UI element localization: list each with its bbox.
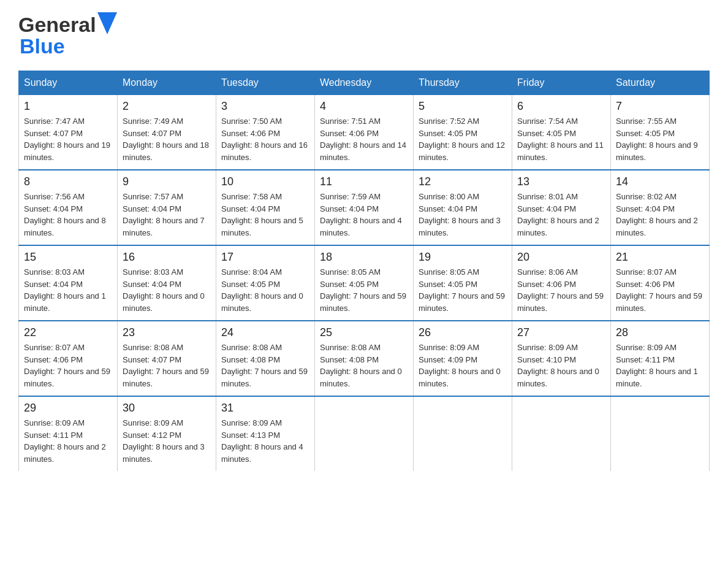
calendar-week-row: 15 Sunrise: 8:03 AM Sunset: 4:04 PM Dayl… (19, 245, 710, 321)
calendar-cell: 1 Sunrise: 7:47 AM Sunset: 4:07 PM Dayli… (19, 95, 118, 170)
logo: General Blue (18, 12, 117, 58)
day-info: Sunrise: 8:05 AM Sunset: 4:05 PM Dayligh… (419, 266, 507, 314)
calendar-cell: 31 Sunrise: 8:09 AM Sunset: 4:13 PM Dayl… (216, 396, 315, 471)
day-info: Sunrise: 8:08 AM Sunset: 4:08 PM Dayligh… (221, 342, 309, 389)
calendar-cell: 4 Sunrise: 7:51 AM Sunset: 4:06 PM Dayli… (315, 95, 414, 170)
day-info: Sunrise: 8:02 AM Sunset: 4:04 PM Dayligh… (616, 191, 704, 239)
day-info: Sunrise: 8:09 AM Sunset: 4:10 PM Dayligh… (517, 342, 605, 389)
day-number: 5 (419, 100, 507, 113)
calendar-cell: 30 Sunrise: 8:09 AM Sunset: 4:12 PM Dayl… (118, 396, 216, 471)
day-info: Sunrise: 8:03 AM Sunset: 4:04 PM Dayligh… (123, 266, 211, 314)
calendar-cell: 27 Sunrise: 8:09 AM Sunset: 4:10 PM Dayl… (512, 321, 611, 396)
day-number: 12 (419, 175, 507, 188)
day-number: 25 (320, 326, 408, 339)
calendar-cell: 18 Sunrise: 8:05 AM Sunset: 4:05 PM Dayl… (315, 245, 414, 321)
logo-general-text: General (18, 13, 96, 37)
calendar-body: 1 Sunrise: 7:47 AM Sunset: 4:07 PM Dayli… (19, 95, 710, 472)
weekday-header-sunday: Sunday (19, 71, 118, 95)
day-number: 4 (320, 100, 408, 113)
day-number: 31 (221, 402, 309, 415)
day-number: 3 (221, 100, 309, 113)
day-info: Sunrise: 8:01 AM Sunset: 4:04 PM Dayligh… (517, 191, 605, 239)
day-info: Sunrise: 8:08 AM Sunset: 4:07 PM Dayligh… (123, 342, 211, 389)
calendar-cell: 29 Sunrise: 8:09 AM Sunset: 4:11 PM Dayl… (19, 396, 118, 471)
calendar-cell: 23 Sunrise: 8:08 AM Sunset: 4:07 PM Dayl… (118, 321, 216, 396)
day-number: 17 (221, 251, 309, 264)
day-info: Sunrise: 7:58 AM Sunset: 4:04 PM Dayligh… (221, 191, 309, 239)
weekday-header-friday: Friday (512, 71, 611, 95)
day-info: Sunrise: 8:06 AM Sunset: 4:06 PM Dayligh… (517, 266, 605, 314)
calendar-cell: 21 Sunrise: 8:07 AM Sunset: 4:06 PM Dayl… (611, 245, 710, 321)
day-info: Sunrise: 8:09 AM Sunset: 4:09 PM Dayligh… (419, 342, 507, 389)
calendar-cell: 26 Sunrise: 8:09 AM Sunset: 4:09 PM Dayl… (414, 321, 512, 396)
calendar-cell (315, 396, 414, 471)
day-info: Sunrise: 8:04 AM Sunset: 4:05 PM Dayligh… (221, 266, 309, 314)
calendar-cell (414, 396, 512, 471)
calendar-cell: 25 Sunrise: 8:08 AM Sunset: 4:08 PM Dayl… (315, 321, 414, 396)
day-number: 23 (123, 326, 211, 339)
day-info: Sunrise: 8:00 AM Sunset: 4:04 PM Dayligh… (419, 191, 507, 239)
day-info: Sunrise: 7:57 AM Sunset: 4:04 PM Dayligh… (123, 191, 211, 239)
day-number: 20 (517, 251, 605, 264)
calendar-week-row: 8 Sunrise: 7:56 AM Sunset: 4:04 PM Dayli… (19, 170, 710, 245)
day-number: 2 (123, 100, 211, 113)
day-number: 19 (419, 251, 507, 264)
weekday-header-saturday: Saturday (611, 71, 710, 95)
day-info: Sunrise: 8:09 AM Sunset: 4:12 PM Dayligh… (123, 417, 211, 465)
calendar-cell: 12 Sunrise: 8:00 AM Sunset: 4:04 PM Dayl… (414, 170, 512, 245)
calendar-week-row: 29 Sunrise: 8:09 AM Sunset: 4:11 PM Dayl… (19, 396, 710, 471)
day-number: 14 (616, 175, 704, 188)
calendar-cell: 19 Sunrise: 8:05 AM Sunset: 4:05 PM Dayl… (414, 245, 512, 321)
day-number: 13 (517, 175, 605, 188)
calendar-cell (611, 396, 710, 471)
page-header: General Blue (18, 12, 710, 58)
calendar-cell: 20 Sunrise: 8:06 AM Sunset: 4:06 PM Dayl… (512, 245, 611, 321)
day-number: 30 (123, 402, 211, 415)
calendar-cell: 15 Sunrise: 8:03 AM Sunset: 4:04 PM Dayl… (19, 245, 118, 321)
day-info: Sunrise: 8:03 AM Sunset: 4:04 PM Dayligh… (24, 266, 112, 314)
day-info: Sunrise: 7:49 AM Sunset: 4:07 PM Dayligh… (123, 115, 211, 163)
calendar-cell: 11 Sunrise: 7:59 AM Sunset: 4:04 PM Dayl… (315, 170, 414, 245)
day-number: 22 (24, 326, 112, 339)
calendar-cell: 16 Sunrise: 8:03 AM Sunset: 4:04 PM Dayl… (118, 245, 216, 321)
calendar-cell (512, 396, 611, 471)
calendar-cell: 10 Sunrise: 7:58 AM Sunset: 4:04 PM Dayl… (216, 170, 315, 245)
calendar-week-row: 1 Sunrise: 7:47 AM Sunset: 4:07 PM Dayli… (19, 95, 710, 170)
logo-arrow-icon (97, 12, 117, 34)
day-info: Sunrise: 8:05 AM Sunset: 4:05 PM Dayligh… (320, 266, 408, 314)
day-number: 18 (320, 251, 408, 264)
day-number: 26 (419, 326, 507, 339)
day-info: Sunrise: 8:09 AM Sunset: 4:13 PM Dayligh… (221, 417, 309, 465)
day-info: Sunrise: 8:09 AM Sunset: 4:11 PM Dayligh… (616, 342, 704, 389)
calendar-cell: 17 Sunrise: 8:04 AM Sunset: 4:05 PM Dayl… (216, 245, 315, 321)
day-number: 16 (123, 251, 211, 264)
svg-marker-0 (97, 12, 117, 34)
day-info: Sunrise: 8:07 AM Sunset: 4:06 PM Dayligh… (616, 266, 704, 314)
day-number: 1 (24, 100, 112, 113)
day-number: 28 (616, 326, 704, 339)
day-number: 7 (616, 100, 704, 113)
day-number: 29 (24, 402, 112, 415)
calendar-cell: 6 Sunrise: 7:54 AM Sunset: 4:05 PM Dayli… (512, 95, 611, 170)
calendar-header: SundayMondayTuesdayWednesdayThursdayFrid… (19, 71, 710, 95)
calendar-cell: 22 Sunrise: 8:07 AM Sunset: 4:06 PM Dayl… (19, 321, 118, 396)
calendar-table: SundayMondayTuesdayWednesdayThursdayFrid… (18, 71, 710, 471)
day-number: 21 (616, 251, 704, 264)
day-info: Sunrise: 7:55 AM Sunset: 4:05 PM Dayligh… (616, 115, 704, 163)
logo-blue-text: Blue (20, 34, 65, 58)
weekday-header-monday: Monday (118, 71, 216, 95)
day-number: 24 (221, 326, 309, 339)
weekday-header-thursday: Thursday (414, 71, 512, 95)
weekday-header-wednesday: Wednesday (315, 71, 414, 95)
day-info: Sunrise: 7:52 AM Sunset: 4:05 PM Dayligh… (419, 115, 507, 163)
day-info: Sunrise: 8:07 AM Sunset: 4:06 PM Dayligh… (24, 342, 112, 389)
day-number: 10 (221, 175, 309, 188)
day-number: 8 (24, 175, 112, 188)
day-number: 9 (123, 175, 211, 188)
calendar-cell: 14 Sunrise: 8:02 AM Sunset: 4:04 PM Dayl… (611, 170, 710, 245)
calendar-cell: 13 Sunrise: 8:01 AM Sunset: 4:04 PM Dayl… (512, 170, 611, 245)
weekday-header-tuesday: Tuesday (216, 71, 315, 95)
day-number: 27 (517, 326, 605, 339)
calendar-cell: 2 Sunrise: 7:49 AM Sunset: 4:07 PM Dayli… (118, 95, 216, 170)
calendar-cell: 3 Sunrise: 7:50 AM Sunset: 4:06 PM Dayli… (216, 95, 315, 170)
